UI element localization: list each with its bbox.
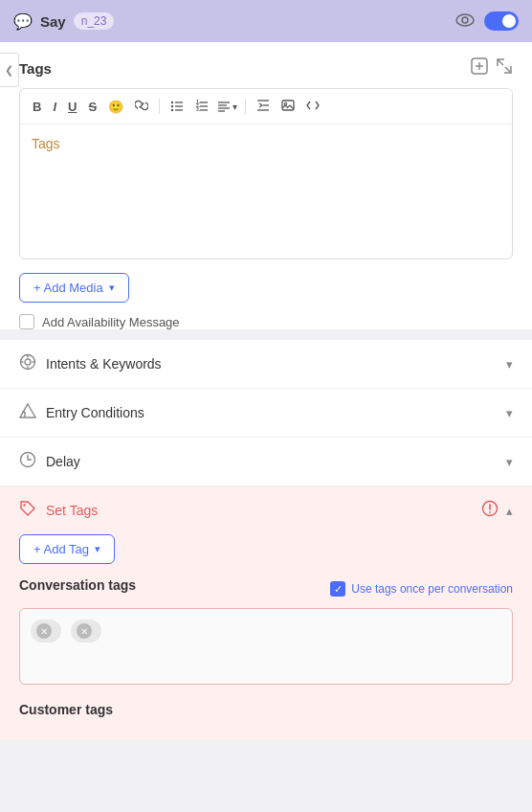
tags-section-title: Tags xyxy=(19,60,52,77)
intents-accordion-header[interactable]: Intents & Keywords ▾ xyxy=(0,340,532,388)
svg-point-8 xyxy=(171,102,173,103)
conversation-tags-label: Conversation tags xyxy=(19,577,136,593)
svg-point-1 xyxy=(462,17,468,23)
node-badge: n_23 xyxy=(74,12,115,30)
entry-label: Entry Conditions xyxy=(46,405,144,420)
add-icon-btn[interactable] xyxy=(471,57,488,79)
svg-point-39 xyxy=(23,504,25,506)
customer-tags-label: Customer tags xyxy=(19,698,513,725)
entry-icon xyxy=(19,402,36,423)
accordion-item-intents: Intents & Keywords ▾ xyxy=(0,339,532,388)
accordion-item-set-tags: Set Tags ▴ + Add Ta xyxy=(0,485,532,740)
svg-point-0 xyxy=(456,14,474,26)
set-tags-label: Set Tags xyxy=(46,503,98,518)
use-once-row: ✓ Use tags once per conversation xyxy=(330,581,513,597)
add-tag-label: + Add Tag xyxy=(33,542,89,556)
indent-btn[interactable] xyxy=(254,97,273,116)
accordion-item-entry: Entry Conditions ▾ xyxy=(0,388,532,437)
svg-point-12 xyxy=(171,109,173,111)
tag-chip-remove-1[interactable]: ✕ xyxy=(36,623,52,639)
add-tag-button[interactable]: + Add Tag ▾ xyxy=(19,534,115,564)
editor-placeholder: Tags xyxy=(32,136,60,151)
availability-label: Add Availability Message xyxy=(42,315,180,329)
add-media-label: + Add Media xyxy=(33,281,103,295)
delay-accordion-header[interactable]: Delay ▾ xyxy=(0,438,532,485)
svg-point-42 xyxy=(489,511,491,513)
availability-row: Add Availability Message xyxy=(19,314,513,329)
svg-text:3.: 3. xyxy=(196,106,201,112)
set-tags-accordion-header[interactable]: Set Tags ▴ xyxy=(0,486,532,534)
availability-checkbox[interactable] xyxy=(19,314,34,329)
chevron-left-icon: ❮ xyxy=(5,64,13,77)
tags-section-header: Tags xyxy=(19,42,513,88)
editor-container: B I U S 🙂 xyxy=(19,88,513,259)
accordion-header-left-entry: Entry Conditions xyxy=(19,402,144,423)
header-title: Say xyxy=(40,13,66,30)
toolbar-sep-2 xyxy=(245,99,246,114)
conversation-tags-row: Conversation tags ✓ Use tags once per co… xyxy=(19,577,513,600)
emoji-btn[interactable]: 🙂 xyxy=(105,99,126,115)
ordered-list-btn[interactable]: 1. 2. 3. xyxy=(192,97,211,116)
set-tags-icon xyxy=(19,500,36,521)
use-once-label: Use tags once per conversation xyxy=(351,582,513,596)
svg-point-28 xyxy=(284,102,286,104)
delay-chevron: ▾ xyxy=(506,455,513,469)
italic-btn[interactable]: I xyxy=(50,99,59,115)
header-left: 💬 Say n_23 xyxy=(13,12,114,31)
intents-chevron: ▾ xyxy=(506,357,513,372)
set-tags-content: + Add Tag ▾ Conversation tags ✓ Use tags… xyxy=(0,534,532,740)
header-right xyxy=(455,11,519,31)
svg-marker-35 xyxy=(20,404,35,417)
use-once-checkbox[interactable]: ✓ xyxy=(330,581,345,597)
editor-toolbar: B I U S 🙂 xyxy=(20,89,512,124)
say-icon: 💬 xyxy=(13,12,33,31)
svg-point-10 xyxy=(171,105,173,107)
editor-body[interactable]: Tags xyxy=(20,124,512,259)
entry-chevron: ▾ xyxy=(506,406,513,420)
align-dropdown[interactable]: ▾ xyxy=(217,100,237,113)
header: 💬 Say n_23 xyxy=(0,0,532,42)
toolbar-sep-1 xyxy=(159,99,160,114)
intents-icon xyxy=(19,353,36,374)
bold-btn[interactable]: B xyxy=(30,99,44,115)
eye-icon[interactable] xyxy=(455,13,475,30)
intents-label: Intents & Keywords xyxy=(46,356,162,372)
accordion-header-left-set-tags: Set Tags xyxy=(19,500,98,521)
add-media-button[interactable]: + Add Media ▾ xyxy=(19,273,129,303)
svg-line-7 xyxy=(140,103,144,107)
add-media-dropdown-icon: ▾ xyxy=(109,282,115,294)
bullet-list-btn[interactable] xyxy=(167,97,187,116)
svg-rect-27 xyxy=(282,101,294,110)
entry-accordion-header[interactable]: Entry Conditions ▾ xyxy=(0,389,532,437)
main-content: Tags xyxy=(0,42,532,329)
strikethrough-btn[interactable]: S xyxy=(85,99,100,115)
sidebar-arrow[interactable]: ❮ xyxy=(0,53,19,87)
svg-line-6 xyxy=(505,67,511,73)
tag-chip-remove-2[interactable]: ✕ xyxy=(77,623,92,639)
expand-icon-btn[interactable] xyxy=(496,57,513,79)
link-btn[interactable] xyxy=(132,97,151,116)
delay-label: Delay xyxy=(46,454,80,469)
tag-input-area[interactable]: ✕ ✕ xyxy=(19,608,513,685)
add-tag-dropdown-icon: ▾ xyxy=(95,543,100,555)
warning-icon xyxy=(481,500,499,521)
accordion-item-delay: Delay ▾ xyxy=(0,437,532,485)
tag-chip-1: ✕ xyxy=(31,620,61,643)
delay-icon xyxy=(19,451,36,472)
svg-line-5 xyxy=(498,59,503,65)
toggle-switch[interactable] xyxy=(484,11,519,31)
image-btn[interactable] xyxy=(278,97,298,116)
section-actions xyxy=(471,57,513,79)
accordion-list: Intents & Keywords ▾ Entry Conditions xyxy=(0,339,532,740)
set-tags-chevron: ▴ xyxy=(506,504,513,518)
accordion-header-left-delay: Delay xyxy=(19,451,80,472)
code-btn[interactable] xyxy=(303,97,322,116)
tag-chip-2: ✕ xyxy=(71,620,101,643)
svg-point-30 xyxy=(25,359,31,365)
underline-btn[interactable]: U xyxy=(65,99,79,115)
accordion-header-left: Intents & Keywords xyxy=(19,353,162,374)
